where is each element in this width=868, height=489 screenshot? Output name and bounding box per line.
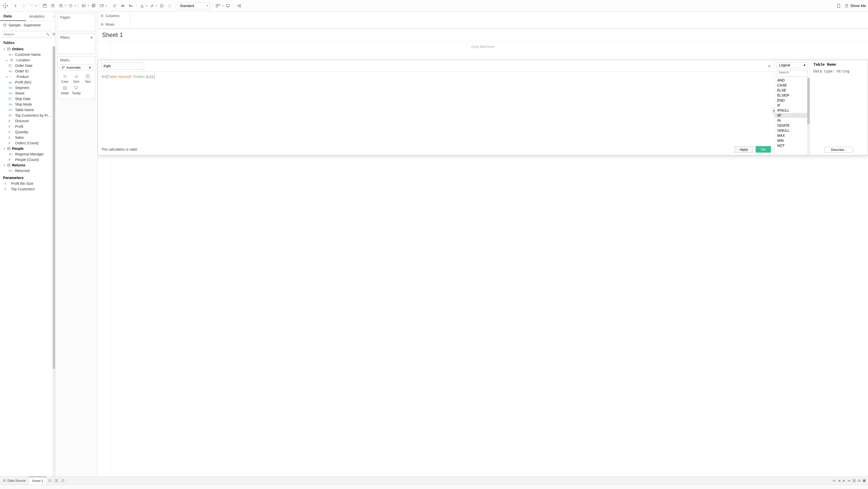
field-row[interactable]: #Orders (Count) bbox=[0, 140, 55, 146]
duplicate-button[interactable] bbox=[90, 2, 97, 9]
function-item[interactable]: ISNULL bbox=[775, 128, 810, 133]
clear-button[interactable] bbox=[98, 2, 105, 9]
totals-button[interactable]: T bbox=[158, 2, 165, 9]
marks-detail-button[interactable]: Detail bbox=[59, 85, 71, 96]
nav-last-icon[interactable]: ⏭ bbox=[847, 479, 851, 483]
calc-formula-editor[interactable]: IIF([Table Name]= 'Orders',0,1) bbox=[101, 74, 771, 144]
show-me-button[interactable]: Show Me bbox=[845, 3, 866, 8]
field-row[interactable]: #Profit bbox=[0, 124, 55, 129]
function-item[interactable]: AND bbox=[775, 78, 810, 83]
field-row[interactable]: Profit (bin) bbox=[0, 80, 55, 85]
function-item[interactable]: IIF bbox=[775, 113, 810, 118]
data-dropdown-icon[interactable]: ▾ bbox=[65, 4, 66, 7]
tab-analytics[interactable]: Analytics bbox=[26, 11, 52, 21]
collapse-functions-icon[interactable]: ◀ bbox=[773, 108, 775, 114]
field-row[interactable]: AbcReturned bbox=[0, 168, 55, 174]
field-row[interactable]: ▸Location bbox=[0, 57, 55, 63]
pin-button[interactable] bbox=[166, 2, 173, 9]
highlight-dropdown-icon[interactable]: ▾ bbox=[146, 4, 147, 7]
function-category-select[interactable]: Logical▾ bbox=[777, 62, 808, 68]
tab-data[interactable]: Data bbox=[0, 11, 26, 21]
function-item[interactable]: IFNULL bbox=[775, 108, 810, 113]
filter-fields-icon[interactable] bbox=[52, 32, 55, 36]
fit-mode-select[interactable]: Standard ▾ bbox=[178, 2, 210, 9]
table-row[interactable]: ▾Orders bbox=[0, 46, 55, 52]
function-item[interactable]: END bbox=[775, 98, 810, 103]
tab-data-source[interactable]: Data Source bbox=[0, 477, 29, 485]
pages-shelf[interactable]: Pages bbox=[57, 13, 95, 31]
datasource-row[interactable]: Sample - Superstore bbox=[0, 21, 55, 29]
field-row[interactable]: ▸⬚Product bbox=[0, 74, 55, 80]
cards-button[interactable] bbox=[215, 2, 221, 9]
swap-button[interactable] bbox=[111, 2, 118, 9]
function-item[interactable]: ISDATE bbox=[775, 123, 810, 128]
field-row[interactable]: #People (Count) bbox=[0, 157, 55, 162]
refresh-dropdown-icon[interactable]: ▾ bbox=[75, 4, 76, 7]
new-story-icon[interactable] bbox=[60, 477, 66, 485]
new-worksheet-button[interactable] bbox=[80, 2, 87, 9]
parameter-row[interactable]: #Top Customers bbox=[0, 186, 55, 192]
field-row[interactable]: AbcTable Name bbox=[0, 107, 55, 113]
marks-text-button[interactable]: TText bbox=[82, 73, 94, 85]
function-item[interactable]: MAX bbox=[775, 133, 810, 138]
function-item[interactable]: NOT bbox=[775, 143, 810, 148]
new-dashboard-icon[interactable] bbox=[53, 477, 60, 485]
parameter-row[interactable]: #Profit Bin Size bbox=[0, 181, 55, 186]
field-row[interactable]: Order Date bbox=[0, 63, 55, 68]
close-icon[interactable]: ✕ bbox=[768, 64, 771, 69]
sort-asc-button[interactable] bbox=[119, 2, 126, 9]
field-row[interactable]: #Sales bbox=[0, 135, 55, 140]
undo-button[interactable] bbox=[28, 2, 35, 9]
tab-sheet-1[interactable]: Sheet 1 bbox=[29, 477, 46, 485]
nav-next-icon[interactable]: ▶ bbox=[842, 479, 846, 483]
columns-shelf[interactable]: Columns bbox=[98, 11, 868, 20]
forward-button[interactable] bbox=[20, 2, 27, 9]
apply-button[interactable]: Apply bbox=[735, 146, 753, 153]
ok-button[interactable]: OK bbox=[755, 146, 771, 153]
new-datasource-button[interactable] bbox=[49, 2, 56, 9]
pause-updates-button[interactable] bbox=[57, 2, 64, 9]
clear-dropdown-icon[interactable]: ▾ bbox=[105, 4, 107, 7]
attach-dropdown-icon[interactable]: ▾ bbox=[156, 4, 157, 7]
highlight-button[interactable] bbox=[138, 2, 146, 9]
tab-view-icon[interactable] bbox=[852, 479, 857, 483]
rows-shelf[interactable]: Rows bbox=[98, 20, 868, 29]
sheet-title[interactable]: Sheet 1 bbox=[98, 29, 868, 41]
nav-first-icon[interactable]: ⏮ bbox=[832, 479, 836, 483]
marks-tooltip-button[interactable]: Tooltip bbox=[71, 85, 82, 96]
marks-type-select[interactable]: Automatic ▾ bbox=[60, 65, 93, 70]
nav-prev-icon[interactable]: ◀ bbox=[837, 479, 841, 483]
save-button[interactable] bbox=[41, 2, 48, 9]
marks-size-button[interactable]: Size bbox=[71, 73, 82, 85]
field-row[interactable]: AbcSegment bbox=[0, 85, 55, 91]
field-row[interactable]: AbcShip Mode bbox=[0, 101, 55, 107]
function-item[interactable]: IF bbox=[775, 103, 810, 108]
field-search-input[interactable]: 🔍 bbox=[2, 31, 51, 37]
marks-color-button[interactable]: Color bbox=[59, 73, 71, 85]
function-item[interactable]: ELSEIF bbox=[775, 93, 810, 98]
function-search-input[interactable] bbox=[777, 70, 808, 77]
attach-button[interactable] bbox=[148, 2, 155, 9]
function-item[interactable]: IN bbox=[775, 118, 810, 123]
field-row[interactable]: #Quantity bbox=[0, 129, 55, 135]
field-row[interactable]: AbcSheet bbox=[0, 91, 55, 96]
field-row[interactable]: AbcOrder ID bbox=[0, 68, 55, 74]
sort-desc-button[interactable] bbox=[127, 2, 134, 9]
field-row[interactable]: Ship Date bbox=[0, 96, 55, 101]
refresh-button[interactable] bbox=[67, 2, 74, 9]
guide-button[interactable] bbox=[835, 2, 842, 9]
filmstrip-icon[interactable] bbox=[857, 479, 862, 483]
new-sheet-icon[interactable] bbox=[46, 477, 53, 485]
function-scrollbar[interactable] bbox=[807, 78, 810, 155]
back-button[interactable] bbox=[12, 2, 19, 9]
calc-name-input[interactable] bbox=[101, 63, 144, 70]
presentation-button[interactable] bbox=[224, 2, 231, 9]
field-row[interactable]: #Discount bbox=[0, 118, 55, 124]
table-row[interactable]: ▾Returns bbox=[0, 162, 55, 168]
field-row[interactable]: AbcCustomer Name bbox=[0, 52, 55, 57]
sorter-icon[interactable] bbox=[862, 479, 867, 483]
cards-dropdown-icon[interactable]: ▾ bbox=[222, 4, 223, 7]
worksheet-dropdown-icon[interactable]: ▾ bbox=[88, 4, 89, 7]
collapse-panel-icon[interactable]: ◁ bbox=[52, 11, 55, 21]
describe-button[interactable]: Describe... bbox=[825, 147, 853, 153]
